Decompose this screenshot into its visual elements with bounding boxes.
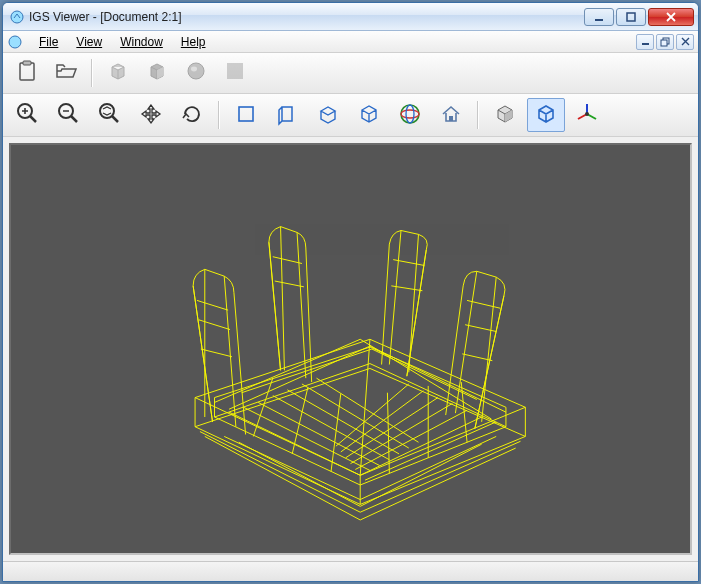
svg-point-9 xyxy=(188,63,204,79)
svg-point-3 xyxy=(9,36,21,48)
render-wire-icon xyxy=(533,101,559,130)
app-window: IGS Viewer - [Document 2:1] File View Wi… xyxy=(2,2,699,582)
svg-rect-19 xyxy=(449,116,453,121)
globe-icon xyxy=(397,101,423,130)
document-icon xyxy=(7,34,23,50)
render-wire-button[interactable] xyxy=(527,98,565,132)
svg-point-14 xyxy=(100,104,114,118)
clipboard-icon xyxy=(15,59,39,86)
shade-blank-button[interactable] xyxy=(217,57,253,87)
view-top-button[interactable] xyxy=(309,98,347,132)
zoom-in-button[interactable] xyxy=(9,98,47,132)
shade-box-button[interactable] xyxy=(139,57,175,87)
svg-rect-2 xyxy=(627,13,635,21)
zoom-in-icon xyxy=(15,101,41,130)
view-top-icon xyxy=(315,101,341,130)
menu-window[interactable]: Window xyxy=(112,33,171,51)
mdi-close-button[interactable] xyxy=(676,34,694,50)
view-front-icon xyxy=(233,101,259,130)
zoom-fit-button[interactable] xyxy=(91,98,129,132)
menubar: File View Window Help xyxy=(3,31,698,53)
statusbar xyxy=(3,561,698,581)
viewport-3d[interactable] xyxy=(9,143,692,555)
toolbar-primary xyxy=(3,53,698,94)
sphere-icon xyxy=(184,59,208,86)
view-side-icon xyxy=(274,101,300,130)
svg-point-20 xyxy=(585,112,589,116)
wireframe-model xyxy=(11,145,690,553)
titlebar: IGS Viewer - [Document 2:1] xyxy=(3,3,698,31)
zoom-fit-icon xyxy=(97,101,123,130)
svg-rect-7 xyxy=(20,63,34,80)
svg-rect-8 xyxy=(23,61,31,65)
axes-button[interactable] xyxy=(568,98,606,132)
app-icon xyxy=(9,9,25,25)
window-title: IGS Viewer - [Document 2:1] xyxy=(29,10,582,24)
maximize-button[interactable] xyxy=(616,8,646,26)
folder-open-icon xyxy=(54,60,78,85)
axes-icon xyxy=(574,101,600,130)
minimize-button[interactable] xyxy=(584,8,614,26)
svg-point-16 xyxy=(401,105,419,123)
zoom-out-button[interactable] xyxy=(50,98,88,132)
zoom-out-icon xyxy=(56,101,82,130)
svg-rect-4 xyxy=(642,43,649,45)
svg-point-0 xyxy=(11,11,23,23)
svg-rect-15 xyxy=(239,107,253,121)
home-button[interactable] xyxy=(432,98,470,132)
shade-flat-button[interactable] xyxy=(100,57,136,87)
toolbar-view xyxy=(3,94,698,137)
close-button[interactable] xyxy=(648,8,694,26)
svg-point-10 xyxy=(191,66,197,71)
cube-shaded-icon xyxy=(145,59,169,86)
menu-view[interactable]: View xyxy=(68,33,110,51)
clipboard-button[interactable] xyxy=(9,57,45,87)
view-side-button[interactable] xyxy=(268,98,306,132)
menu-file[interactable]: File xyxy=(31,33,66,51)
svg-point-17 xyxy=(401,110,419,118)
shade-sphere-button[interactable] xyxy=(178,57,214,87)
cube-flat-icon xyxy=(106,59,130,86)
window-controls xyxy=(582,8,694,26)
view-front-button[interactable] xyxy=(227,98,265,132)
separator xyxy=(218,101,220,129)
svg-rect-6 xyxy=(661,40,667,46)
view-iso-icon xyxy=(356,101,382,130)
globe-button[interactable] xyxy=(391,98,429,132)
blank-icon xyxy=(223,59,247,86)
rotate-icon xyxy=(179,101,205,130)
svg-point-18 xyxy=(406,105,414,123)
pan-icon xyxy=(138,101,164,130)
home-icon xyxy=(438,101,464,130)
pan-button[interactable] xyxy=(132,98,170,132)
mdi-minimize-button[interactable] xyxy=(636,34,654,50)
mdi-controls xyxy=(636,34,694,50)
view-iso-button[interactable] xyxy=(350,98,388,132)
open-button[interactable] xyxy=(48,57,84,87)
separator xyxy=(91,59,93,87)
menu-help[interactable]: Help xyxy=(173,33,214,51)
svg-rect-1 xyxy=(595,19,603,21)
separator xyxy=(477,101,479,129)
render-solid-icon xyxy=(492,101,518,130)
mdi-restore-button[interactable] xyxy=(656,34,674,50)
rotate-button[interactable] xyxy=(173,98,211,132)
svg-rect-11 xyxy=(227,63,243,79)
render-solid-button[interactable] xyxy=(486,98,524,132)
